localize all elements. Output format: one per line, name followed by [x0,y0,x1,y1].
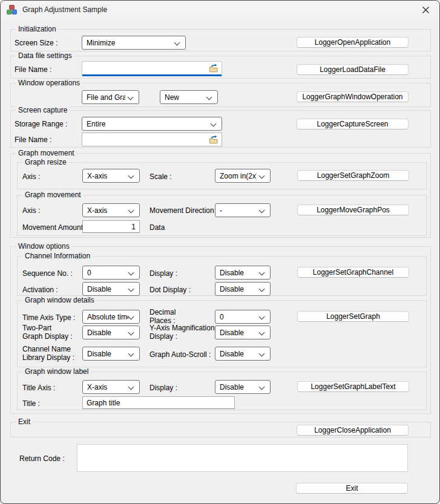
chevron-down-icon [259,330,265,336]
open-folder-icon [208,135,219,144]
channel-name-library-display-select[interactable]: Disable [82,347,140,361]
browse-file-button[interactable] [206,62,221,74]
screen-size-select[interactable]: Minimize [82,36,186,50]
activation-select[interactable]: Disable [82,282,140,296]
window-mode-select[interactable]: New [160,90,218,104]
decimal-places-value: 0 [220,313,224,321]
resize-axis-label: Axis : [22,172,40,181]
logger-move-graph-pos-button[interactable]: LoggerMoveGraphPos [297,205,409,215]
chevron-down-icon [128,94,134,100]
window-target-select[interactable]: File and Graph [82,90,139,104]
return-code-field[interactable] [77,444,408,472]
two-part-graph-display-label: Two-Part Graph Display : [22,324,73,341]
storage-range-value: Entire [87,120,105,128]
logger-capture-screen-button[interactable]: LoggerCaptureScreen [297,119,409,129]
logger-set-graph-button[interactable]: LoggerSetGraph [297,311,409,322]
two-part-graph-display-value: Disable [87,329,111,337]
move-axis-value: X-axis [87,206,107,215]
logger-close-application-button[interactable]: LoggerCloseApplication [297,425,409,436]
group-label: Graph window details [22,296,97,305]
group-label: Graph movement [16,149,77,158]
chevron-down-icon [128,270,134,276]
chevron-down-icon [128,351,134,357]
group-window-options: Window options Channel Information Seque… [10,246,431,414]
channel-name-library-display-value: Disable [87,350,111,358]
data-file-name-input[interactable] [82,62,222,74]
graph-auto-scroll-value: Disable [220,350,244,358]
sequence-no-label: Sequence No. : [22,269,73,278]
logger-set-graph-zoom-button[interactable]: LoggerSetGraphZoom [297,170,409,181]
screen-size-value: Minimize [87,39,115,47]
exit-button[interactable]: Exit [296,483,408,494]
time-axis-type-select[interactable]: Absolute time [82,310,140,324]
group-label: Channel Information [22,252,93,261]
logger-open-application-button[interactable]: LoggerOpenApplication [297,37,409,48]
dot-display-select[interactable]: Disable [215,282,271,296]
scale-select[interactable]: Zoom in(2x) [215,169,271,183]
chevron-down-icon [128,173,134,179]
browse-file-button[interactable] [206,133,221,146]
logger-graph-window-operation-button[interactable]: LoggerGraphWindowOperation [297,91,409,102]
window-target-value: File and Graph [87,93,125,102]
group-channel-information: Channel Information Sequence No. : 0 Dis… [17,256,427,296]
label-display-select[interactable]: Disable [215,380,271,394]
label-display-value: Disable [220,383,244,391]
movement-direction-value: - [220,206,222,215]
group-label: Graph window label [22,367,91,376]
close-button[interactable] [412,1,439,19]
chevron-down-icon [174,40,180,46]
graph-auto-scroll-select[interactable]: Disable [215,347,271,361]
movement-amount-input[interactable] [82,220,140,233]
group-graph-resize: Graph resize Axis : X-axis Scale : Zoom … [17,162,427,189]
move-axis-select[interactable]: X-axis [82,203,140,217]
capture-file-name-label: File Name : [15,136,51,144]
display-label: Display : [149,269,177,278]
title-bar: Graph Adjustment Sample [1,1,439,19]
chevron-down-icon [259,173,265,179]
data-file-name-box [82,61,222,76]
dot-display-label: Dot Display : [149,286,191,294]
capture-file-name-input[interactable] [82,133,222,146]
activation-value: Disable [87,285,111,293]
group-window-operations: Window operations File and Graph New Log… [10,83,431,107]
y-axis-magnification-display-value: Disable [220,329,244,337]
chevron-down-icon [259,351,265,357]
data-label: Data [149,223,165,232]
sequence-no-select[interactable]: 0 [82,266,140,280]
group-initialization: Initialization Screen Size : Minimize Lo… [10,29,431,51]
chevron-down-icon [128,208,134,214]
logger-load-data-file-button[interactable]: LoggerLoadDataFile [297,64,409,75]
two-part-graph-display-select[interactable]: Disable [82,326,140,339]
logger-set-graph-label-text-button[interactable]: LoggerSetGraphLabelText [297,381,409,392]
display-select[interactable]: Disable [215,266,271,280]
close-icon [422,6,430,14]
time-axis-type-value: Absolute time [87,313,128,321]
chevron-down-icon [259,384,265,390]
capture-file-name-box [82,133,222,146]
graph-title-input[interactable] [82,396,235,409]
title-axis-select[interactable]: X-axis [82,380,140,394]
group-graph-movement-inner: Graph movement Axis : X-axis Movement Di… [17,195,427,236]
chevron-down-icon [211,121,217,127]
y-axis-magnification-display-select[interactable]: Disable [215,326,271,339]
activation-label: Activation : [22,286,58,294]
resize-axis-value: X-axis [87,172,107,180]
movement-direction-select[interactable]: - [215,203,271,217]
group-graph-window-details: Graph window details Time Axis Type : Ab… [17,300,427,367]
time-axis-type-label: Time Axis Type : [22,313,75,322]
storage-range-select[interactable]: Entire [82,117,222,131]
resize-axis-select[interactable]: X-axis [82,169,140,183]
group-label: Data file settings [16,51,74,61]
group-graph-window-label: Graph window label Title Axis : X-axis D… [17,371,427,410]
decimal-places-select[interactable]: 0 [215,310,271,324]
app-cubes-icon [7,5,17,15]
group-exit: Exit LoggerCloseApplication [10,422,431,437]
screen-size-label: Screen Size : [15,39,57,47]
dialog-window: Graph Adjustment Sample Initialization S… [0,0,440,504]
group-label: Screen capture [16,106,70,115]
display-value: Disable [220,269,244,277]
channel-name-library-display-label: Channel Name Library Display : [22,345,74,362]
logger-set-graph-channel-button[interactable]: LoggerSetGraphChannel [297,267,409,278]
decimal-places-label: Decimal Places : [149,308,176,325]
chevron-down-icon [259,314,265,320]
